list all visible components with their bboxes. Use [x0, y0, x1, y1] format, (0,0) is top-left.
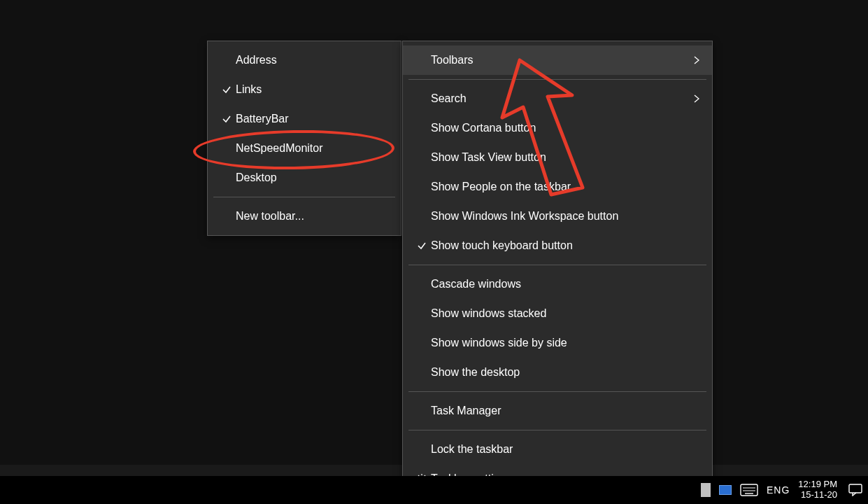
menu-item-search[interactable]: Search — [403, 84, 712, 113]
submenu-item-links[interactable]: Links — [208, 75, 401, 104]
menu-item-label: NetSpeedMonitor — [236, 142, 388, 155]
menu-separator — [213, 197, 395, 197]
menu-item-task-manager[interactable]: Task Manager — [403, 396, 712, 426]
menu-item-label: Cascade windows — [431, 278, 699, 290]
notifications-icon[interactable] — [848, 484, 862, 496]
toolbars-submenu: Address Links BatteryBar NetSpeedMonitor… — [207, 41, 401, 236]
menu-item-label: Links — [236, 83, 388, 96]
language-indicator[interactable]: ENG — [767, 484, 790, 496]
menu-item-label: Show touch keyboard button — [431, 239, 699, 252]
menu-item-label: Show the desktop — [431, 366, 699, 379]
menu-item-show-desktop[interactable]: Show the desktop — [403, 358, 712, 387]
chevron-right-icon — [685, 56, 699, 64]
taskbar-context-menu: Toolbars Search Show Cortana button Show… — [402, 41, 713, 498]
menu-item-label: Show People on the taskbar — [431, 181, 699, 193]
taskbar[interactable]: ENG 12:19 PM 15-11-20 — [0, 476, 868, 504]
taskbar-tile-icon[interactable] — [719, 485, 732, 495]
svg-rect-5 — [849, 484, 862, 493]
menu-item-show-cortana[interactable]: Show Cortana button — [403, 113, 712, 143]
menu-item-label: BatteryBar — [236, 113, 388, 125]
submenu-item-new-toolbar[interactable]: New toolbar... — [208, 202, 401, 231]
menu-separator — [408, 430, 706, 430]
check-icon — [218, 85, 236, 94]
menu-item-windows-side-by-side[interactable]: Show windows side by side — [403, 328, 712, 358]
clock-time: 12:19 PM — [798, 479, 837, 490]
menu-item-windows-stacked[interactable]: Show windows stacked — [403, 299, 712, 328]
menu-item-show-touch-keyboard[interactable]: Show touch keyboard button — [403, 231, 712, 260]
menu-item-label: Address — [236, 54, 388, 66]
menu-item-label: Show Task View button — [431, 151, 699, 164]
check-icon — [218, 114, 236, 124]
menu-item-label: Toolbars — [431, 54, 671, 66]
clock-date: 15-11-20 — [798, 490, 837, 500]
menu-item-label: Desktop — [236, 172, 388, 184]
submenu-item-address[interactable]: Address — [208, 46, 401, 75]
menu-item-show-taskview[interactable]: Show Task View button — [403, 143, 712, 172]
keyboard-icon[interactable] — [740, 484, 758, 496]
submenu-item-desktop[interactable]: Desktop — [208, 163, 401, 192]
menu-item-label: Search — [431, 92, 671, 105]
menu-item-label: Lock the taskbar — [431, 443, 699, 456]
check-icon — [413, 241, 431, 251]
menu-item-lock-taskbar[interactable]: Lock the taskbar — [403, 435, 712, 464]
menu-item-label: Show windows side by side — [431, 337, 699, 349]
menu-item-cascade-windows[interactable]: Cascade windows — [403, 270, 712, 299]
submenu-item-batterybar[interactable]: BatteryBar — [208, 104, 401, 134]
menu-item-label: Show windows stacked — [431, 307, 699, 320]
menu-separator — [408, 391, 706, 392]
menu-item-label: Show Cortana button — [431, 122, 699, 134]
menu-separator — [408, 79, 706, 80]
chevron-right-icon — [685, 94, 699, 103]
menu-item-label: Task Manager — [431, 405, 699, 417]
menu-item-toolbars[interactable]: Toolbars — [403, 46, 712, 75]
system-clock[interactable]: 12:19 PM 15-11-20 — [798, 479, 840, 500]
menu-item-label: New toolbar... — [236, 210, 388, 223]
menu-item-label: Show Windows Ink Workspace button — [431, 210, 699, 223]
menu-item-show-ink[interactable]: Show Windows Ink Workspace button — [403, 202, 712, 231]
menu-separator — [408, 265, 706, 265]
submenu-item-netspeedmonitor[interactable]: NetSpeedMonitor — [208, 134, 401, 163]
taskbar-grip[interactable] — [701, 483, 711, 497]
menu-item-show-people[interactable]: Show People on the taskbar — [403, 172, 712, 202]
